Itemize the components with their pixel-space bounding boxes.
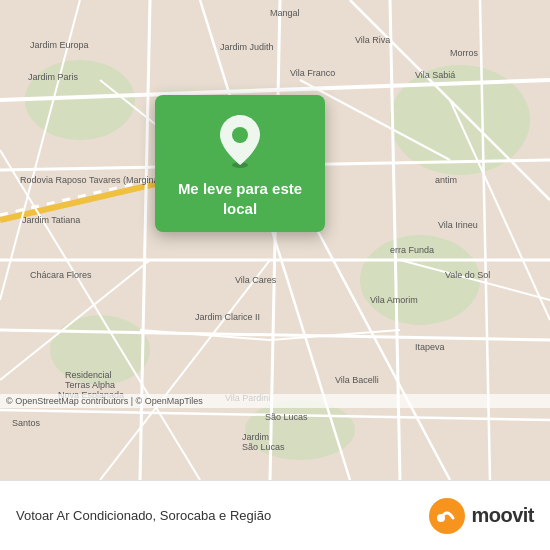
map-label: Vila Amorim <box>370 295 418 305</box>
map-label: Jardim Paris <box>28 72 78 82</box>
svg-point-31 <box>232 127 248 143</box>
map-label: Vila Sabiá <box>415 70 455 80</box>
map-label: Itapeva <box>415 342 445 352</box>
map-label: São Lucas <box>242 442 285 452</box>
attribution: © OpenStreetMap contributors | © OpenMap… <box>0 394 550 408</box>
map-label: Terras Alpha <box>65 380 115 390</box>
map-label: Vale do Sol <box>445 270 490 280</box>
popup-card[interactable]: Me leve para estelocal <box>155 95 325 232</box>
map-label: Vila Irineu <box>438 220 478 230</box>
moovit-logo: moovit <box>429 498 534 534</box>
map-container: MangalJardim EuropaJardim JudithVila Riv… <box>0 0 550 480</box>
map-label: antim <box>435 175 457 185</box>
map-label: Jardim Europa <box>30 40 89 50</box>
map-label: Rodovia Raposo Tavares (Marginal) <box>20 175 163 185</box>
map-label: Morros <box>450 48 478 58</box>
map-label: Jardim Judith <box>220 42 274 52</box>
map-svg <box>0 0 550 480</box>
moovit-text: moovit <box>471 504 534 527</box>
location-pin-icon <box>218 113 262 169</box>
svg-point-32 <box>429 498 465 534</box>
map-label: Vila Franco <box>290 68 335 78</box>
map-label: Santos <box>12 418 40 428</box>
map-label: Jardim Clarice II <box>195 312 260 322</box>
map-label: Mangal <box>270 8 300 18</box>
map-label: São Lucas <box>265 412 308 422</box>
map-label: Vila Cares <box>235 275 276 285</box>
bottom-bar: Votoar Ar Condicionado, Sorocaba e Regiã… <box>0 480 550 550</box>
map-label: Residencial <box>65 370 112 380</box>
map-label: Jardim <box>242 432 269 442</box>
popup-label: Me leve para estelocal <box>178 179 302 218</box>
location-name: Votoar Ar Condicionado, Sorocaba e Regiã… <box>16 508 429 523</box>
map-label: Chácara Flores <box>30 270 92 280</box>
map-label: erra Funda <box>390 245 434 255</box>
map-label: Jardim Tatiana <box>22 215 80 225</box>
moovit-icon <box>429 498 465 534</box>
map-label: Vila Bacelli <box>335 375 379 385</box>
map-label: Vila Riva <box>355 35 390 45</box>
